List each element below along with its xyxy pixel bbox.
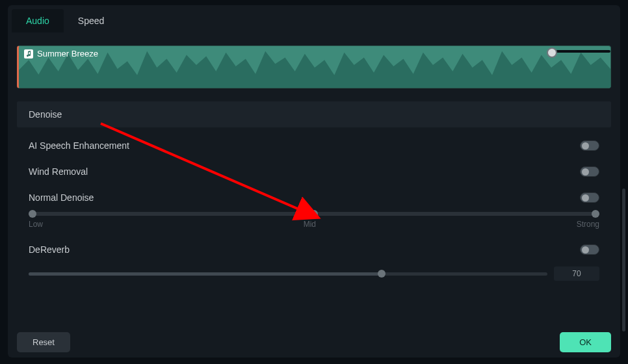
music-note-icon bbox=[24, 49, 33, 58]
dereverb-slider[interactable] bbox=[29, 272, 547, 276]
normal-denoise-slider[interactable] bbox=[29, 212, 599, 216]
tab-speed[interactable]: Speed bbox=[64, 9, 118, 32]
wind-removal-toggle[interactable] bbox=[580, 166, 599, 177]
ai-speech-label: AI Speech Enhancement bbox=[29, 140, 129, 151]
normal-denoise-toggle[interactable] bbox=[580, 192, 599, 203]
scrollbar[interactable] bbox=[622, 188, 625, 332]
ok-button[interactable]: OK bbox=[560, 332, 611, 352]
audio-clip[interactable]: Summer Breeze bbox=[17, 46, 611, 88]
reset-button[interactable]: Reset bbox=[17, 332, 70, 352]
wind-removal-label: Wind Removal bbox=[29, 166, 88, 177]
dereverb-toggle[interactable] bbox=[580, 244, 599, 255]
slider-label-low: Low bbox=[29, 220, 43, 229]
tabs: Audio Speed bbox=[8, 5, 620, 32]
tab-audio[interactable]: Audio bbox=[12, 9, 64, 32]
section-denoise-title: Denoise bbox=[17, 101, 611, 127]
dereverb-label: DeReverb bbox=[29, 244, 70, 255]
ai-speech-toggle[interactable] bbox=[580, 140, 599, 151]
normal-denoise-label: Normal Denoise bbox=[29, 192, 94, 203]
slider-label-mid: Mid bbox=[304, 220, 316, 229]
dereverb-value[interactable]: 70 bbox=[554, 266, 599, 281]
clip-title: Summer Breeze bbox=[37, 49, 98, 58]
slider-label-strong: Strong bbox=[577, 220, 599, 229]
